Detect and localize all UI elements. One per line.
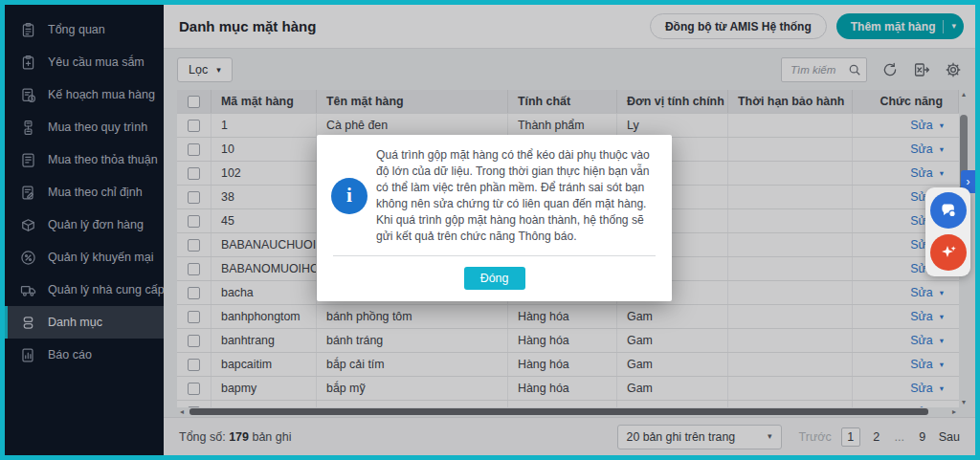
chat-bubbles-icon <box>939 201 958 220</box>
chevron-right-icon: › <box>967 175 970 188</box>
ai-assistant-button[interactable] <box>930 234 967 271</box>
app-window: Tổng quan Yêu cầu mua sắm Kế hoạch mua h… <box>0 0 980 460</box>
info-dialog: i Quá trình gộp mặt hàng có thể kéo dài … <box>317 135 672 301</box>
info-icon: i <box>331 178 368 214</box>
dialog-divider <box>333 255 656 256</box>
floating-button-panel <box>925 187 970 276</box>
dialog-message: Quá trình gộp mặt hàng có thể kéo dài ph… <box>376 147 657 245</box>
dialog-body: i Quá trình gộp mặt hàng có thể kéo dài … <box>331 147 657 245</box>
close-dialog-button[interactable]: Đóng <box>464 267 525 290</box>
chat-support-button[interactable] <box>930 192 967 229</box>
sparkle-icon <box>939 243 958 262</box>
